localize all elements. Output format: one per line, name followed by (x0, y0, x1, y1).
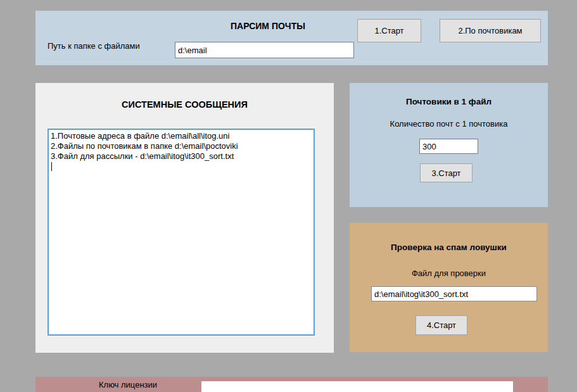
start-1-button[interactable]: 1.Старт (357, 19, 421, 42)
license-key-label: Ключ лицензии (99, 380, 157, 389)
parse-mail-panel: ПАРСИМ ПОЧТЫ Путь к папке с файлами 1.Ст… (35, 11, 548, 65)
app-window: ПАРСИМ ПОЧТЫ Путь к папке с файлами 1.Ст… (0, 0, 577, 392)
parse-mail-title: ПАРСИМ ПОЧТЫ (35, 21, 500, 31)
check-file-label: Файл для проверки (350, 269, 548, 278)
start-4-button[interactable]: 4.Старт (415, 315, 467, 335)
message-line: 1.Почтовые адреса в файле d:\email\all\i… (51, 131, 312, 141)
message-line: 2.Файлы по почтовикам в папке d:\email\p… (51, 141, 312, 151)
folder-path-input[interactable] (175, 42, 354, 58)
text-cursor (51, 162, 52, 171)
system-messages-textarea[interactable]: 1.Почтовые адреса в файле d:\email\all\i… (48, 129, 315, 336)
by-mailers-button[interactable]: 2.По почтовикам (440, 19, 541, 42)
mail-count-input[interactable] (419, 139, 478, 154)
start-3-button[interactable]: 3.Старт (420, 163, 472, 182)
folder-path-label: Путь к папке с файлами (48, 41, 140, 51)
mailers-to-file-panel: Почтовики в 1 файл Количество почт с 1 п… (350, 83, 548, 207)
mail-count-label: Количество почт с 1 почтовика (350, 119, 548, 129)
check-file-input[interactable] (371, 286, 537, 301)
mailers-panel-title: Почтовики в 1 файл (350, 97, 548, 106)
license-panel: Ключ лицензии (35, 377, 548, 392)
spam-panel-title: Проверка на спам ловушки (350, 243, 548, 252)
license-key-input[interactable] (201, 381, 514, 392)
spam-trap-check-panel: Проверка на спам ловушки Файл для провер… (350, 223, 548, 352)
message-line: 3.Файл для рассылки - d:\email\itog\it30… (51, 151, 312, 161)
system-messages-panel: СИСТЕМНЫЕ СООБЩЕНИЯ 1.Почтовые адреса в … (35, 83, 334, 353)
system-messages-title: СИСТЕМНЫЕ СООБЩЕНИЯ (35, 99, 334, 110)
